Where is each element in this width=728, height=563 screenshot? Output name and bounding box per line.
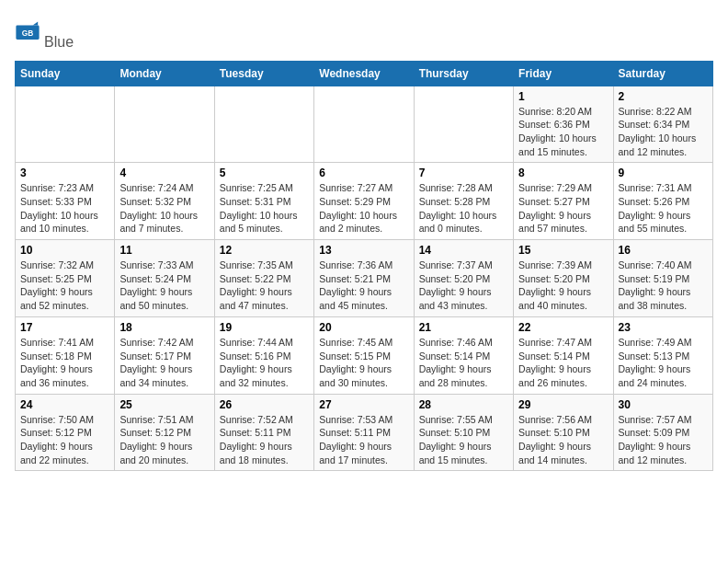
calendar-cell: 14Sunrise: 7:37 AM Sunset: 5:20 PM Dayli… — [414, 240, 513, 317]
calendar-cell — [314, 86, 414, 163]
calendar-header: SundayMondayTuesdayWednesdayThursdayFrid… — [16, 61, 713, 86]
day-number: 19 — [220, 321, 309, 334]
day-info: Sunrise: 7:32 AM Sunset: 5:25 PM Dayligh… — [20, 259, 109, 313]
page-header: GB Blue — [15, 15, 713, 52]
weekday-header-saturday: Saturday — [613, 61, 712, 86]
weekday-header-tuesday: Tuesday — [214, 61, 313, 86]
calendar-cell: 19Sunrise: 7:44 AM Sunset: 5:16 PM Dayli… — [214, 316, 313, 394]
day-number: 12 — [220, 244, 309, 257]
day-number: 15 — [518, 244, 608, 257]
day-info: Sunrise: 7:25 AM Sunset: 5:31 PM Dayligh… — [220, 181, 309, 236]
day-info: Sunrise: 7:28 AM Sunset: 5:28 PM Dayligh… — [419, 181, 508, 236]
weekday-header-wednesday: Wednesday — [314, 61, 414, 86]
day-info: Sunrise: 7:51 AM Sunset: 5:12 PM Dayligh… — [119, 413, 209, 467]
day-info: Sunrise: 7:57 AM Sunset: 5:09 PM Dayligh… — [619, 413, 708, 467]
day-number: 22 — [518, 321, 608, 334]
day-info: Sunrise: 7:31 AM Sunset: 5:26 PM Dayligh… — [619, 181, 708, 236]
day-info: Sunrise: 8:20 AM Sunset: 6:36 PM Dayligh… — [518, 105, 608, 159]
calendar-cell — [16, 86, 115, 163]
calendar-week-2: 3Sunrise: 7:23 AM Sunset: 5:33 PM Daylig… — [16, 163, 713, 240]
calendar-cell: 4Sunrise: 7:24 AM Sunset: 5:32 PM Daylig… — [115, 163, 214, 240]
day-info: Sunrise: 7:55 AM Sunset: 5:10 PM Dayligh… — [419, 413, 508, 467]
day-number: 3 — [20, 167, 109, 179]
day-number: 5 — [220, 167, 309, 179]
weekday-header-sunday: Sunday — [16, 61, 115, 86]
day-number: 7 — [419, 167, 508, 179]
calendar-week-4: 17Sunrise: 7:41 AM Sunset: 5:18 PM Dayli… — [16, 316, 713, 394]
day-number: 2 — [619, 90, 708, 103]
day-number: 8 — [518, 167, 608, 179]
weekday-header-thursday: Thursday — [414, 61, 513, 86]
calendar-cell: 22Sunrise: 7:47 AM Sunset: 5:14 PM Dayli… — [514, 316, 613, 394]
calendar-cell: 12Sunrise: 7:35 AM Sunset: 5:22 PM Dayli… — [214, 240, 313, 317]
calendar-cell: 6Sunrise: 7:27 AM Sunset: 5:29 PM Daylig… — [314, 163, 414, 240]
day-info: Sunrise: 7:37 AM Sunset: 5:20 PM Dayligh… — [419, 259, 508, 313]
calendar-cell: 23Sunrise: 7:49 AM Sunset: 5:13 PM Dayli… — [613, 316, 712, 394]
day-info: Sunrise: 8:22 AM Sunset: 6:34 PM Dayligh… — [619, 105, 708, 159]
calendar-cell: 8Sunrise: 7:29 AM Sunset: 5:27 PM Daylig… — [514, 163, 613, 240]
calendar-cell: 11Sunrise: 7:33 AM Sunset: 5:24 PM Dayli… — [115, 240, 214, 317]
calendar-cell: 5Sunrise: 7:25 AM Sunset: 5:31 PM Daylig… — [214, 163, 313, 240]
day-number: 27 — [319, 398, 408, 411]
day-number: 20 — [319, 321, 408, 334]
calendar-week-1: 1Sunrise: 8:20 AM Sunset: 6:36 PM Daylig… — [16, 86, 713, 163]
day-number: 25 — [119, 398, 209, 411]
calendar-cell — [414, 86, 513, 163]
calendar-cell: 7Sunrise: 7:28 AM Sunset: 5:28 PM Daylig… — [414, 163, 513, 240]
calendar-cell: 1Sunrise: 8:20 AM Sunset: 6:36 PM Daylig… — [514, 86, 613, 163]
day-number: 23 — [619, 321, 708, 334]
day-number: 1 — [518, 90, 608, 103]
day-info: Sunrise: 7:50 AM Sunset: 5:12 PM Dayligh… — [20, 413, 109, 467]
day-number: 9 — [619, 167, 708, 179]
weekday-header-monday: Monday — [115, 61, 214, 86]
calendar-cell: 27Sunrise: 7:53 AM Sunset: 5:11 PM Dayli… — [314, 394, 414, 471]
day-info: Sunrise: 7:46 AM Sunset: 5:14 PM Dayligh… — [419, 336, 508, 390]
calendar-cell: 10Sunrise: 7:32 AM Sunset: 5:25 PM Dayli… — [16, 240, 115, 317]
day-info: Sunrise: 7:52 AM Sunset: 5:11 PM Dayligh… — [220, 413, 309, 467]
day-info: Sunrise: 7:33 AM Sunset: 5:24 PM Dayligh… — [119, 259, 209, 313]
day-info: Sunrise: 7:39 AM Sunset: 5:20 PM Dayligh… — [518, 259, 608, 313]
calendar-cell: 3Sunrise: 7:23 AM Sunset: 5:33 PM Daylig… — [16, 163, 115, 240]
logo: GB Blue — [15, 15, 74, 52]
day-info: Sunrise: 7:23 AM Sunset: 5:33 PM Dayligh… — [20, 181, 109, 236]
calendar-cell: 29Sunrise: 7:56 AM Sunset: 5:10 PM Dayli… — [514, 394, 613, 471]
calendar-cell: 13Sunrise: 7:36 AM Sunset: 5:21 PM Dayli… — [314, 240, 414, 317]
calendar-cell: 16Sunrise: 7:40 AM Sunset: 5:19 PM Dayli… — [613, 240, 712, 317]
calendar-table: SundayMondayTuesdayWednesdayThursdayFrid… — [15, 61, 713, 472]
day-number: 24 — [20, 398, 109, 411]
day-number: 26 — [220, 398, 309, 411]
calendar-week-3: 10Sunrise: 7:32 AM Sunset: 5:25 PM Dayli… — [16, 240, 713, 317]
day-number: 16 — [619, 244, 708, 257]
calendar-cell: 26Sunrise: 7:52 AM Sunset: 5:11 PM Dayli… — [214, 394, 313, 471]
weekday-header-row: SundayMondayTuesdayWednesdayThursdayFrid… — [16, 61, 713, 86]
day-number: 30 — [619, 398, 708, 411]
day-number: 21 — [419, 321, 508, 334]
day-info: Sunrise: 7:40 AM Sunset: 5:19 PM Dayligh… — [619, 259, 708, 313]
calendar-body: 1Sunrise: 8:20 AM Sunset: 6:36 PM Daylig… — [16, 86, 713, 471]
logo-icon: GB — [15, 20, 40, 46]
day-info: Sunrise: 7:45 AM Sunset: 5:15 PM Dayligh… — [319, 336, 408, 390]
calendar-cell: 9Sunrise: 7:31 AM Sunset: 5:26 PM Daylig… — [613, 163, 712, 240]
svg-text:GB: GB — [22, 29, 34, 38]
day-info: Sunrise: 7:29 AM Sunset: 5:27 PM Dayligh… — [518, 181, 608, 236]
day-info: Sunrise: 7:27 AM Sunset: 5:29 PM Dayligh… — [319, 181, 408, 236]
day-info: Sunrise: 7:47 AM Sunset: 5:14 PM Dayligh… — [518, 336, 608, 390]
calendar-week-5: 24Sunrise: 7:50 AM Sunset: 5:12 PM Dayli… — [16, 394, 713, 471]
day-info: Sunrise: 7:42 AM Sunset: 5:17 PM Dayligh… — [119, 336, 209, 390]
calendar-cell: 30Sunrise: 7:57 AM Sunset: 5:09 PM Dayli… — [613, 394, 712, 471]
day-number: 17 — [20, 321, 109, 334]
calendar-cell: 21Sunrise: 7:46 AM Sunset: 5:14 PM Dayli… — [414, 316, 513, 394]
day-info: Sunrise: 7:24 AM Sunset: 5:32 PM Dayligh… — [119, 181, 209, 236]
day-info: Sunrise: 7:49 AM Sunset: 5:13 PM Dayligh… — [619, 336, 708, 390]
day-info: Sunrise: 7:36 AM Sunset: 5:21 PM Dayligh… — [319, 259, 408, 313]
calendar-cell: 18Sunrise: 7:42 AM Sunset: 5:17 PM Dayli… — [115, 316, 214, 394]
day-number: 6 — [319, 167, 408, 179]
calendar-cell — [214, 86, 313, 163]
day-number: 10 — [20, 244, 109, 257]
day-info: Sunrise: 7:44 AM Sunset: 5:16 PM Dayligh… — [220, 336, 309, 390]
day-info: Sunrise: 7:53 AM Sunset: 5:11 PM Dayligh… — [319, 413, 408, 467]
day-number: 14 — [419, 244, 508, 257]
calendar-cell: 2Sunrise: 8:22 AM Sunset: 6:34 PM Daylig… — [613, 86, 712, 163]
calendar-cell: 15Sunrise: 7:39 AM Sunset: 5:20 PM Dayli… — [514, 240, 613, 317]
svg-marker-2 — [33, 21, 39, 25]
